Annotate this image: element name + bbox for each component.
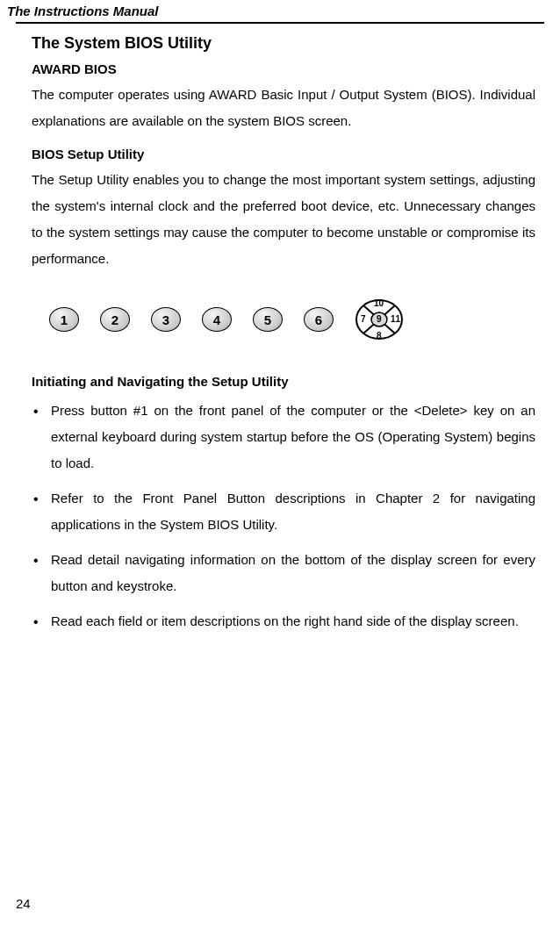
panel-button-1: 1 xyxy=(49,307,79,332)
panel-button-3: 3 xyxy=(151,307,181,332)
page-header: The Instructions Manual xyxy=(0,0,560,20)
dpad-right-label: 11 xyxy=(391,314,400,324)
instruction-list: Press button #1 on the front panel of th… xyxy=(32,398,535,635)
dpad-left-label: 7 xyxy=(361,314,366,324)
dpad-top-label: 10 xyxy=(374,298,384,308)
instruction-item: Refer to the Front Panel Button descript… xyxy=(32,485,535,538)
navigating-heading: Initiating and Navigating the Setup Util… xyxy=(32,374,535,389)
page-number: 24 xyxy=(16,896,31,911)
bios-setup-heading: BIOS Setup Utility xyxy=(32,147,535,161)
instruction-item: Read detail navigating information on th… xyxy=(32,547,535,599)
instruction-item: Read each field or item descriptions on … xyxy=(32,608,535,635)
header-divider xyxy=(16,22,544,24)
panel-button-4: 4 xyxy=(202,307,232,332)
instruction-item: Press button #1 on the front panel of th… xyxy=(32,398,535,477)
panel-button-6: 6 xyxy=(304,307,334,332)
dpad-control: 10 11 8 7 9 xyxy=(355,295,404,344)
button-panel-diagram: 1 2 3 4 5 6 10 11 8 7 9 xyxy=(49,295,535,344)
dpad-bottom-label: 8 xyxy=(377,331,382,341)
panel-button-2: 2 xyxy=(100,307,130,332)
dpad-center-label: 9 xyxy=(377,314,382,324)
award-bios-para: The computer operates using AWARD Basic … xyxy=(32,82,535,134)
section-title: The System BIOS Utility xyxy=(32,34,535,53)
award-bios-heading: AWARD BIOS xyxy=(32,61,535,76)
panel-button-5: 5 xyxy=(253,307,283,332)
bios-setup-para: The Setup Utility enables you to change … xyxy=(32,167,535,272)
page-content: The System BIOS Utility AWARD BIOS The c… xyxy=(0,34,560,635)
